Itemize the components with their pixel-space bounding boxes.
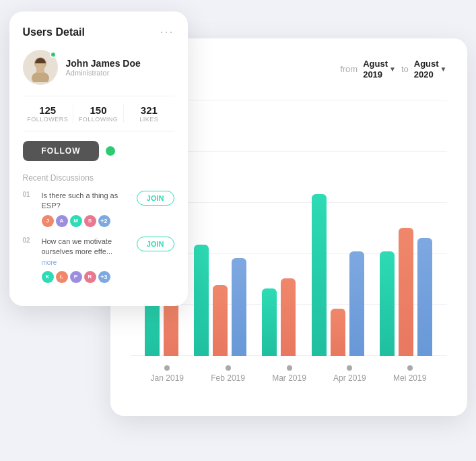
x-labels: Jan 2019 Feb 2019 Mar 2019 Apr 2019 Mei …: [131, 365, 447, 383]
discussion-text: Is there such a thing as ESP?: [42, 191, 130, 212]
mini-avatar: M: [70, 215, 82, 227]
stat-followers: 125 FOLLOWERS: [23, 104, 73, 123]
scene: points from Agust 2019 ▼ to Agust 2020: [9, 11, 467, 450]
stat-likes: 321 LIKES: [124, 104, 174, 123]
bar-blue: [349, 251, 364, 356]
discussion-content: How can we motivate ourselves more effe.…: [42, 237, 130, 283]
bar-green: [262, 288, 277, 356]
user-name: John James Doe: [66, 58, 141, 69]
bar-blue: [417, 238, 432, 356]
bar-salmon: [331, 309, 345, 356]
x-label-text: Mei 2019: [393, 373, 426, 383]
discussion-content: Is there such a thing as ESP? J A M S +2: [42, 191, 130, 227]
x-dot: [226, 365, 231, 371]
mini-avatar-more: +3: [98, 271, 110, 283]
bar-salmon: [164, 299, 178, 356]
x-label-feb: Feb 2019: [211, 365, 245, 383]
x-dot: [347, 365, 352, 371]
mini-avatar: S: [84, 215, 96, 227]
bar-salmon: [213, 285, 228, 356]
stat-likes-value: 321: [124, 104, 174, 116]
to-arrow-icon: ▼: [440, 65, 447, 73]
bar-group-mei: [380, 228, 432, 356]
join-button-2[interactable]: JOIN: [137, 237, 174, 251]
follow-button[interactable]: FOLLOW: [23, 141, 100, 161]
mini-avatar: L: [56, 271, 68, 283]
bar-group-apr: [312, 194, 364, 356]
user-profile: John James Doe Administrator: [23, 50, 174, 85]
mini-avatar: A: [56, 215, 68, 227]
x-label-text: Mar 2019: [272, 373, 306, 383]
x-label-jan: Jan 2019: [151, 365, 184, 383]
stats-row: 125 FOLLOWERS 150 FOLLOWING 321 LIKES: [23, 96, 174, 131]
join-button-1[interactable]: JOIN: [137, 191, 174, 206]
x-dot: [287, 365, 292, 371]
x-label-text: Feb 2019: [211, 373, 245, 383]
to-select[interactable]: Agust 2020 ▼: [414, 59, 447, 80]
discussion-avatars: J A M S +2: [42, 215, 130, 227]
discussion-text: How can we motivate ourselves more effe.…: [42, 237, 130, 268]
discussion-item-2: 02 How can we motivate ourselves more ef…: [23, 237, 174, 283]
more-icon[interactable]: ···: [160, 25, 174, 39]
bar-blue: [232, 258, 246, 356]
x-label-mar: Mar 2019: [272, 365, 306, 383]
discussion-num: 02: [23, 237, 35, 244]
user-card-header: Users Detail ···: [23, 25, 174, 39]
stat-followers-value: 125: [23, 104, 73, 116]
discussion-num: 01: [23, 191, 35, 198]
x-label-text: Jan 2019: [151, 373, 184, 383]
x-label-mei: Mei 2019: [393, 365, 426, 383]
stat-following-value: 150: [73, 104, 123, 116]
mini-avatar: J: [42, 215, 54, 227]
stat-following: 150 FOLLOWING: [73, 104, 124, 123]
from-select[interactable]: Agust 2019 ▼: [363, 59, 396, 80]
follow-status-dot: [106, 146, 115, 156]
discussion-more-link[interactable]: more: [42, 259, 57, 266]
bar-group-feb: [194, 245, 246, 356]
follow-row: FOLLOW: [23, 141, 174, 161]
mini-avatar-more: +2: [98, 215, 110, 227]
x-label-apr: Apr 2019: [333, 365, 366, 383]
bar-group-mar: [262, 278, 296, 356]
stat-likes-label: LIKES: [124, 116, 174, 123]
svg-point-1: [32, 71, 49, 82]
online-indicator: [50, 51, 57, 58]
discussion-item-1: 01 Is there such a thing as ESP? J A M S…: [23, 191, 174, 227]
stat-followers-label: FOLLOWERS: [23, 116, 73, 123]
mini-avatar: P: [70, 271, 82, 283]
bar-green: [194, 245, 209, 356]
mini-avatar: K: [42, 271, 54, 283]
bar-salmon: [281, 278, 296, 356]
svg-rect-3: [36, 67, 44, 73]
bar-green: [380, 251, 395, 356]
recent-discussions-title: Recent Discussions: [23, 173, 174, 183]
stat-following-label: FOLLOWING: [73, 116, 123, 123]
user-card-title: Users Detail: [23, 26, 86, 38]
mini-avatar: R: [84, 271, 96, 283]
bar-green: [312, 194, 327, 356]
bar-salmon: [399, 228, 413, 356]
x-dot: [407, 365, 413, 371]
discussion-avatars: K L P R +3: [42, 271, 130, 283]
user-role: Administrator: [66, 69, 141, 77]
user-card: Users Detail ··· John James Doe: [9, 11, 188, 306]
from-arrow-icon: ▼: [389, 65, 396, 73]
from-label: from: [340, 64, 358, 74]
to-label: to: [401, 64, 409, 74]
x-label-text: Apr 2019: [333, 373, 366, 383]
x-dot: [164, 365, 170, 371]
avatar-wrapper: [23, 50, 58, 85]
chart-filter: from Agust 2019 ▼ to Agust 2020 ▼: [340, 59, 446, 80]
user-info: John James Doe Administrator: [66, 58, 141, 77]
